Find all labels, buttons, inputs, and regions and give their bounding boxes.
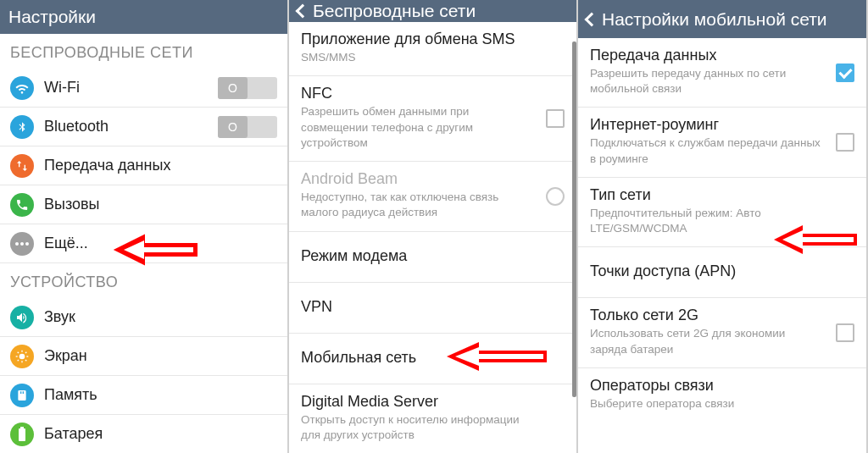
row-bluetooth[interactable]: Bluetooth O	[0, 108, 287, 146]
svg-point-3	[19, 353, 25, 359]
dms-title: Digital Media Server	[301, 393, 565, 411]
dms-sub: Открыть доступ к носителю информации для…	[301, 412, 565, 443]
only2g-checkbox[interactable]	[836, 323, 854, 342]
wifi-label: Wi-Fi	[44, 79, 218, 97]
row-more[interactable]: Ещё...	[0, 224, 287, 263]
bluetooth-toggle-knob: O	[218, 116, 248, 138]
header-settings: Настройки	[0, 0, 287, 34]
back-icon[interactable]	[296, 4, 310, 19]
settings-panel: Настройки БЕСПРОВОДНЫЕ СЕТИ Wi-Fi O Blue…	[0, 0, 289, 453]
wifi-icon	[10, 76, 34, 100]
beam-title: Android Beam	[301, 170, 565, 188]
nettype-title: Тип сети	[590, 186, 854, 204]
wifi-toggle[interactable]: O	[218, 77, 277, 99]
section-device: УСТРОЙСТВО	[0, 263, 287, 298]
memory-icon	[10, 384, 34, 407]
screen-icon	[10, 345, 34, 368]
row-apn[interactable]: Точки доступа (APN)	[578, 247, 866, 298]
row-network-type[interactable]: Тип сети Предпочтительный режим: Авто LT…	[578, 178, 866, 247]
nfc-checkbox[interactable]	[546, 109, 565, 128]
row-memory[interactable]: Память	[0, 376, 287, 415]
svg-rect-12	[19, 428, 25, 441]
mobile-title: Мобильная сеть	[301, 349, 565, 367]
only2g-title: Только сети 2G	[590, 307, 854, 324]
row-operators[interactable]: Операторы связи Выберите оператора связи	[578, 368, 866, 422]
data-label: Передача данных	[44, 157, 277, 174]
scrollbar-thumb[interactable]	[572, 41, 576, 397]
wifi-toggle-knob: O	[218, 77, 248, 99]
svg-line-8	[18, 351, 19, 352]
row-sound[interactable]: Звук	[0, 298, 287, 337]
header-title: Беспроводные сети	[313, 1, 476, 21]
row-data-transfer[interactable]: Передача данных Разрешить передачу данны…	[578, 38, 866, 108]
mobile-network-panel: Настройки мобильной сети Передача данных…	[578, 0, 868, 453]
row-mobile-network[interactable]: Мобильная сеть	[289, 334, 576, 384]
only2g-sub: Использовать сети 2G для экономии заряда…	[590, 326, 854, 356]
svg-line-11	[25, 351, 26, 352]
svg-line-10	[18, 360, 19, 361]
data-checkbox[interactable]	[836, 64, 854, 82]
roaming-checkbox[interactable]	[836, 133, 854, 152]
screen-label: Экран	[44, 347, 277, 365]
battery-label: Батарея	[44, 425, 277, 443]
row-android-beam: Android Beam Недоступно, так как отключе…	[289, 162, 576, 231]
section-wireless: БЕСПРОВОДНЫЕ СЕТИ	[0, 34, 287, 69]
vpn-title: VPN	[301, 298, 565, 316]
memory-label: Память	[44, 386, 277, 404]
more-label: Ещё...	[44, 235, 277, 252]
row-wifi[interactable]: Wi-Fi O	[0, 69, 287, 108]
data-icon	[10, 154, 34, 178]
row-data[interactable]: Передача данных	[0, 146, 287, 185]
row-2g-only[interactable]: Только сети 2G Использовать сети 2G для …	[578, 298, 866, 367]
row-calls[interactable]: Вызовы	[0, 185, 287, 224]
bluetooth-toggle[interactable]: O	[218, 116, 277, 138]
svg-rect-13	[20, 427, 24, 428]
row-tethering[interactable]: Режим модема	[289, 232, 576, 283]
nfc-title: NFC	[301, 85, 565, 102]
row-sms-app[interactable]: Приложение для обмена SMS SMS/MMS	[289, 22, 576, 76]
svg-line-9	[25, 360, 26, 361]
sound-label: Звук	[44, 308, 277, 326]
bluetooth-label: Bluetooth	[44, 118, 218, 135]
row-screen[interactable]: Экран	[0, 337, 287, 376]
data-sub: Разрешить передачу данных по сети мобиль…	[590, 66, 854, 97]
scrollbar[interactable]	[572, 38, 576, 453]
nfc-sub: Разрешить обмен данными при совмещении т…	[301, 104, 565, 151]
row-nfc[interactable]: NFC Разрешить обмен данными при совмещен…	[289, 76, 576, 162]
svg-point-0	[15, 242, 19, 246]
roam-title: Интернет-роуминг	[590, 116, 854, 134]
wireless-panel: Беспроводные сети Приложение для обмена …	[289, 0, 578, 453]
row-dms[interactable]: Digital Media Server Открыть доступ к но…	[289, 384, 576, 453]
tether-title: Режим модема	[301, 247, 565, 265]
calls-icon	[10, 193, 34, 217]
ops-sub: Выберите оператора связи	[590, 396, 854, 412]
data-title: Передача данных	[590, 47, 854, 64]
sms-sub: SMS/MMS	[301, 50, 565, 65]
battery-icon	[10, 423, 34, 446]
more-icon	[10, 232, 34, 256]
sms-title: Приложение для обмена SMS	[301, 30, 565, 48]
beam-sub: Недоступно, так как отключена связь мало…	[301, 190, 565, 220]
header-title: Настройки мобильной сети	[602, 9, 827, 30]
header-mobile[interactable]: Настройки мобильной сети	[578, 0, 866, 38]
roam-sub: Подключаться к службам передачи данных в…	[590, 135, 854, 166]
back-icon[interactable]	[585, 12, 599, 26]
row-battery[interactable]: Батарея	[0, 415, 287, 453]
apn-title: Точки доступа (APN)	[590, 262, 854, 280]
row-roaming[interactable]: Интернет-роуминг Подключаться к службам …	[578, 108, 866, 177]
svg-point-2	[25, 242, 29, 246]
sound-icon	[10, 306, 34, 329]
row-vpn[interactable]: VPN	[289, 283, 576, 334]
bluetooth-icon	[10, 115, 34, 139]
header-title: Настройки	[8, 7, 96, 27]
nettype-sub: Предпочтительный режим: Авто LTE/GSM/WCD…	[590, 206, 854, 236]
calls-label: Вызовы	[44, 196, 277, 213]
ops-title: Операторы связи	[590, 377, 854, 395]
header-wireless[interactable]: Беспроводные сети	[289, 0, 576, 22]
beam-radio	[546, 187, 565, 206]
svg-point-1	[20, 242, 24, 246]
